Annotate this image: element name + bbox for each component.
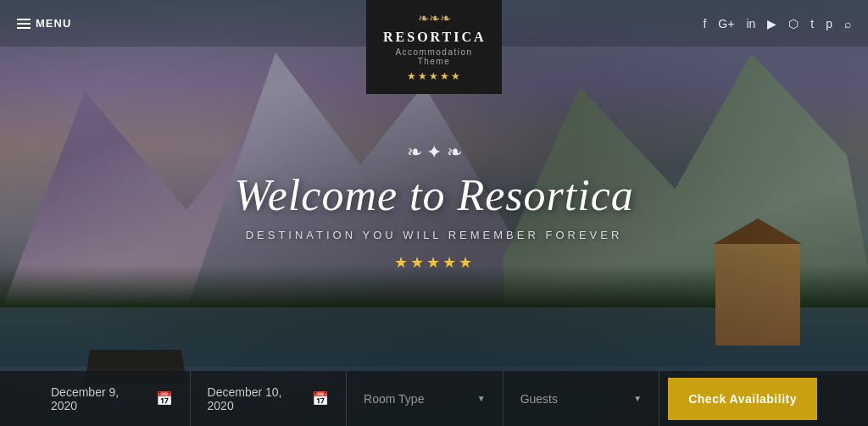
hero-title: Welcome to Resortica: [137, 170, 731, 220]
checkout-field[interactable]: December 10, 2020 📅: [191, 371, 348, 426]
pinterest-icon[interactable]: p: [826, 17, 832, 30]
room-type-chevron-icon: ▼: [477, 394, 486, 403]
checkin-field[interactable]: December 9, 2020 📅: [51, 371, 191, 426]
checkin-calendar-icon: 📅: [156, 390, 173, 407]
hamburger-icon: [17, 19, 31, 29]
menu-button[interactable]: MENU: [17, 17, 71, 30]
linkedin-icon[interactable]: in: [746, 17, 755, 30]
checkout-calendar-icon: 📅: [312, 390, 329, 407]
guests-chevron-icon: ▼: [633, 394, 642, 403]
menu-label: MENU: [36, 17, 71, 30]
twitter-icon[interactable]: t: [810, 17, 814, 30]
hero-section: MENU f G+ in ▶ ⬡ t p ⌕ ❧❧❧ RESORTICA Acc…: [0, 0, 868, 426]
hero-ornament: ❧ ✦ ❧: [137, 141, 731, 163]
hero-stars: ★★★★★: [137, 253, 731, 272]
hero-subtitle: DESTINATION YOU WILL REMEMBER FOREVER: [137, 229, 731, 241]
room-type-placeholder: Room Type: [364, 392, 424, 406]
room-type-field[interactable]: Room Type ▼: [347, 371, 504, 426]
youtube-icon[interactable]: ▶: [767, 17, 776, 30]
instagram-icon[interactable]: ⬡: [788, 17, 798, 30]
booking-bar: December 9, 2020 📅 December 10, 2020 📅 R…: [0, 371, 868, 426]
checkin-value: December 9, 2020: [51, 385, 147, 412]
hero-content: ❧ ✦ ❧ Welcome to Resortica DESTINATION Y…: [137, 141, 731, 272]
guests-field[interactable]: Guests ▼: [504, 371, 660, 426]
social-icons-group: f G+ in ▶ ⬡ t p ⌕: [703, 17, 851, 30]
check-availability-button[interactable]: Check Availability: [668, 378, 817, 420]
logo-ornament-top: ❧❧❧: [383, 10, 485, 26]
search-icon[interactable]: ⌕: [844, 17, 851, 30]
guests-placeholder: Guests: [520, 392, 558, 406]
logo-stars: ★★★★★: [383, 70, 485, 82]
logo-subtitle: Accommodation Theme: [383, 47, 485, 66]
logo-title: RESORTICA: [383, 30, 485, 45]
google-plus-icon[interactable]: G+: [718, 17, 734, 30]
facebook-icon[interactable]: f: [703, 17, 706, 30]
checkout-value: December 10, 2020: [208, 385, 304, 412]
logo-box: ❧❧❧ RESORTICA Accommodation Theme ★★★★★: [366, 0, 502, 94]
